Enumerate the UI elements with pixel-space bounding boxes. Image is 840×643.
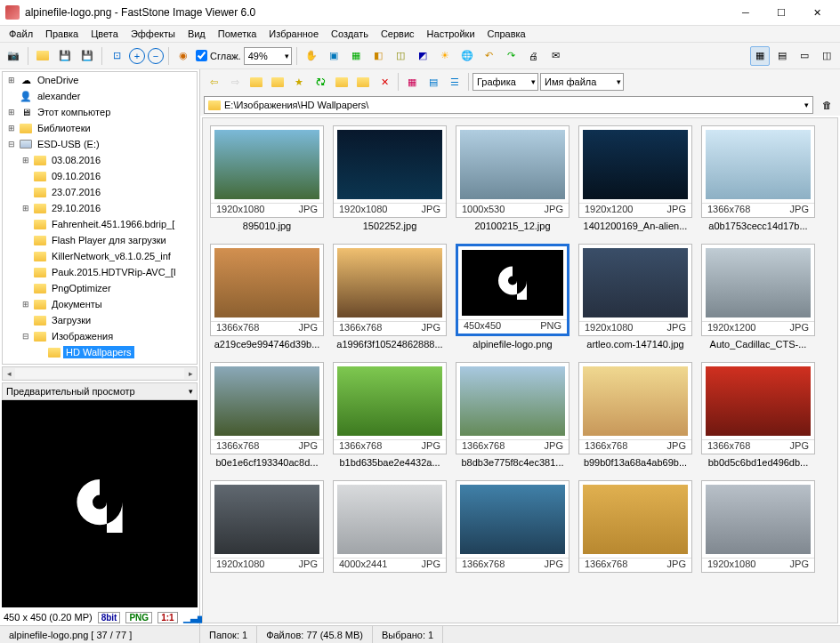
view-mode-3-button[interactable]: ☰	[445, 72, 464, 92]
view-mode-1-button[interactable]: ▦	[402, 72, 422, 92]
menu-пометка[interactable]: Пометка	[213, 27, 262, 41]
zoom-actual-button[interactable]: ◉	[174, 46, 193, 66]
thumbnail-item[interactable]: 1366x768JPGa0b1753cecc14d17b...	[701, 125, 815, 231]
view-list-button[interactable]: ▤	[772, 46, 792, 66]
menu-настройки[interactable]: Настройки	[422, 27, 481, 41]
zoom-in-button[interactable]: +	[129, 48, 145, 64]
delete-button[interactable]: ✕	[375, 72, 394, 92]
tree-item[interactable]: ⊞03.08.2016	[3, 152, 197, 168]
thumbnail-item[interactable]: 450x450PNGalpinefile-logo.png	[456, 244, 569, 350]
text-button[interactable]: ◩	[413, 46, 432, 66]
minimize-button[interactable]: ─	[728, 0, 763, 25]
menu-файл[interactable]: Файл	[4, 27, 38, 41]
tree-item[interactable]: Загрузки	[3, 312, 197, 328]
thumbnail-item[interactable]: 1920x1080JPG	[701, 480, 815, 575]
tree-item[interactable]: HD Wallpapers	[3, 344, 197, 360]
hand-tool-button[interactable]: ✋	[302, 46, 321, 66]
thumbnail-item[interactable]: 1920x1080JPG895010.jpg	[210, 125, 324, 231]
rotate-left-button[interactable]: ↶	[480, 46, 499, 66]
expand-icon[interactable]: ⊟	[20, 332, 31, 341]
print-button[interactable]: 🖨	[524, 46, 544, 66]
thumbnail-item[interactable]: 1366x768JPG	[578, 480, 692, 575]
expand-icon[interactable]: ⊞	[6, 76, 17, 84]
tree-scrollbar[interactable]: ◂▸	[2, 366, 198, 381]
tree-item[interactable]: ⊟Изображения	[3, 328, 197, 344]
menu-эффекты[interactable]: Эффекты	[125, 27, 181, 41]
thumbnail-item[interactable]: 1920x1080JPG	[210, 480, 324, 575]
menu-справка[interactable]: Справка	[482, 27, 531, 41]
tree-item[interactable]: Pauk.2015.HDTVRip-AVC_[I	[3, 264, 197, 280]
zoom-combo[interactable]: 49%	[244, 47, 292, 65]
maximize-button[interactable]: ☐	[763, 0, 799, 25]
expand-icon[interactable]: ⊞	[20, 300, 31, 309]
zoom-fit-button[interactable]: ⊡	[107, 46, 126, 66]
crop-button[interactable]: ▦	[346, 46, 366, 66]
camera-button[interactable]: 📷	[4, 46, 23, 66]
tree-item[interactable]: KillerNetwork_v8.1.0.25_inf	[3, 248, 197, 264]
expand-icon[interactable]: ⊟	[6, 140, 17, 149]
folder-tree[interactable]: ⊞☁OneDrive👤alexander⊞🖥Этот компьютер⊞Биб…	[2, 71, 198, 365]
open-button[interactable]	[33, 46, 52, 66]
tree-item[interactable]: 23.07.2016	[3, 184, 197, 200]
thumbnail-item[interactable]: 1366x768JPGbb0d5c6bd1ed496db...	[701, 362, 815, 468]
move-button[interactable]	[353, 72, 373, 92]
expand-icon[interactable]: ⊞	[20, 204, 31, 213]
thumbnail-item[interactable]: 1366x768JPG	[456, 480, 569, 575]
tree-item[interactable]: Flash Player для загрузки	[3, 232, 197, 248]
thumbnail-item[interactable]: 1920x1200JPG1401200169_An-alien...	[578, 125, 692, 231]
menu-цвета[interactable]: Цвета	[85, 27, 124, 41]
up-button[interactable]	[246, 72, 266, 92]
tree-item[interactable]: ⊞29.10.2016	[3, 200, 197, 216]
save-button[interactable]: 💾	[55, 46, 75, 66]
thumbnail-item[interactable]: 1000x530JPG20100215_12.jpg	[456, 125, 569, 231]
forward-button[interactable]: ⇨	[225, 72, 245, 92]
tree-item[interactable]: 09.10.2016	[3, 168, 197, 184]
close-button[interactable]: ✕	[799, 0, 835, 25]
view-fullscreen-button[interactable]: ▭	[795, 46, 814, 66]
tree-item[interactable]: ⊞Библиотеки	[3, 120, 197, 136]
tree-item[interactable]: 👤alexander	[3, 88, 197, 104]
menu-вид[interactable]: Вид	[182, 27, 211, 41]
thumbnail-item[interactable]: 1920x1080JPGartleo.com-147140.jpg	[578, 244, 692, 350]
path-combo[interactable]: E:\Изображения\HD Wallpapers\	[204, 96, 813, 114]
thumbnail-item[interactable]: 1366x768JPGb1bd635bae2e4432a...	[333, 362, 447, 468]
view-compare-button[interactable]: ◫	[817, 46, 836, 66]
tree-item[interactable]: ⊞🖥Этот компьютер	[3, 104, 197, 120]
menu-правка[interactable]: Правка	[40, 27, 84, 41]
view-thumbs-button[interactable]: ▦	[750, 46, 770, 66]
canvas-button[interactable]: ◫	[391, 46, 410, 66]
menu-создать[interactable]: Создать	[326, 27, 374, 41]
sort-combo[interactable]: Имя файла	[540, 73, 624, 91]
preview-collapse-icon[interactable]: ▾	[189, 387, 193, 396]
tree-item[interactable]: Fahrenheit.451.1966.bdrip_[	[3, 216, 197, 232]
expand-icon[interactable]: ⊞	[6, 108, 17, 117]
thumbnail-item[interactable]: 1920x1080JPG1502252.jpg	[333, 125, 447, 231]
home-button[interactable]	[268, 72, 287, 92]
thumbnail-item[interactable]: 1366x768JPGb0e1e6cf193340ac8d...	[210, 362, 324, 468]
view-mode-2-button[interactable]: ▤	[424, 72, 443, 92]
expand-icon[interactable]: ⊞	[6, 124, 17, 133]
thumbnail-item[interactable]: 4000x2441JPG	[333, 480, 447, 575]
rotate-right-button[interactable]: ↷	[502, 46, 521, 66]
thumbnail-item[interactable]: 1366x768JPGa219ce9e994746d39b...	[210, 244, 324, 350]
select-tool-button[interactable]: ▣	[324, 46, 343, 66]
copy-button[interactable]	[332, 72, 351, 92]
resize-button[interactable]: ◧	[368, 46, 388, 66]
back-button[interactable]: ⇦	[204, 72, 223, 92]
thumbnail-item[interactable]: 1366x768JPGa1996f3f10524862888...	[333, 244, 447, 350]
tree-item[interactable]: PngOptimizer	[3, 280, 197, 296]
filter-combo[interactable]: Графика	[472, 73, 538, 91]
expand-icon[interactable]: ⊞	[20, 156, 31, 165]
tree-item[interactable]: ⊞☁OneDrive	[3, 72, 197, 88]
thumbnail-item[interactable]: 1366x768JPGb8db3e775f8c4ec381...	[456, 362, 569, 468]
reload-button[interactable]: 🗘	[311, 72, 330, 92]
tree-item[interactable]: ⊟ESD-USB (E:)	[3, 136, 197, 152]
thumbnail-item[interactable]: 1366x768JPGb99b0f13a68a4ab69b...	[578, 362, 692, 468]
trash-button[interactable]: 🗑	[817, 95, 836, 115]
zoom-out-button[interactable]: −	[148, 48, 164, 64]
preview-pane[interactable]	[2, 400, 198, 607]
menu-избранное[interactable]: Избранное	[263, 27, 324, 41]
save-all-button[interactable]: 💾	[77, 46, 97, 66]
favorites-button[interactable]: ★	[289, 72, 309, 92]
color-button[interactable]: 🌐	[457, 46, 477, 66]
